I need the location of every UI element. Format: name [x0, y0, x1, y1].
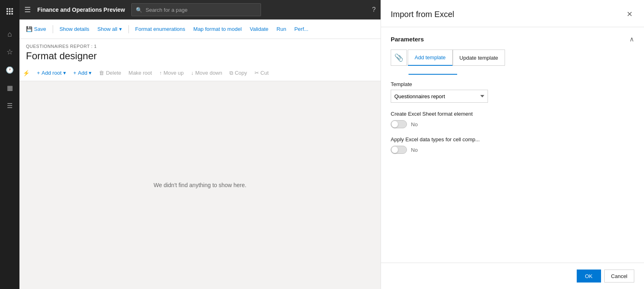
main-area: ☰ Finance and Operations Preview 🔍 Searc…	[19, 0, 381, 289]
app-title: Finance and Operations Preview	[37, 6, 125, 13]
designer-toolbar: ⚡ + Add root ▾ + Add ▾ 🗑 Delete Make roo…	[19, 65, 381, 81]
ok-button[interactable]: OK	[577, 270, 601, 283]
search-bar[interactable]: 🔍 Search for a page	[131, 3, 261, 16]
delete-icon: 🗑	[99, 70, 104, 76]
favorites-icon[interactable]: ☆	[2, 44, 18, 60]
page-title: Format designer	[26, 50, 374, 62]
add-button[interactable]: + Add ▾	[70, 68, 95, 78]
designer-empty-state: We didn't find anything to show here.	[19, 81, 381, 289]
move-down-icon: ↓	[191, 70, 194, 76]
map-format-button[interactable]: Map format to model	[190, 24, 245, 34]
copy-icon: ⧉	[229, 70, 233, 76]
apply-types-value: No	[411, 147, 418, 153]
create-sheet-group: Create Excel Sheet format element No	[391, 111, 634, 128]
search-placeholder: Search for a page	[145, 7, 187, 13]
workspaces-icon[interactable]: ▦	[2, 80, 18, 96]
empty-message: We didn't find anything to show here.	[154, 182, 246, 188]
save-button[interactable]: 💾 Save	[23, 24, 49, 34]
breadcrumb-text: QUESTIONNAIRES REPORT	[26, 44, 90, 49]
add-root-chevron-icon: ▾	[63, 70, 66, 76]
panel-header: Import from Excel ✕	[381, 0, 644, 27]
add-root-button[interactable]: + Add root ▾	[34, 68, 69, 78]
create-sheet-toggle-row: No	[391, 120, 634, 128]
filter-icon: ⚡	[23, 70, 30, 76]
delete-button[interactable]: 🗑 Delete	[96, 68, 124, 78]
home-icon[interactable]: ⌂	[2, 26, 18, 42]
show-all-chevron-icon: ▾	[119, 26, 122, 32]
validate-button[interactable]: Validate	[246, 24, 272, 34]
parameters-section: Parameters ∧	[391, 35, 634, 43]
toolbar: 💾 Save Show details Show all ▾ Format en…	[19, 19, 381, 39]
create-sheet-toggle[interactable]	[391, 120, 407, 128]
template-label: Template	[391, 81, 634, 87]
panel-body: Parameters ∧ 📎 Add template Update templ…	[381, 27, 644, 263]
show-all-button[interactable]: Show all ▾	[94, 24, 125, 34]
make-root-button[interactable]: Make root	[125, 68, 155, 78]
waffle-menu-icon[interactable]	[2, 3, 18, 19]
apply-types-toggle-row: No	[391, 146, 634, 154]
page-header: QUESTIONNAIRES REPORT : 1 Format designe…	[19, 39, 381, 65]
toggle-knob	[392, 121, 398, 127]
copy-button[interactable]: ⧉ Copy	[226, 68, 250, 78]
create-sheet-value: No	[411, 121, 418, 127]
clip-icon: 📎	[394, 53, 403, 62]
right-panel: Import from Excel ✕ Parameters ∧ 📎 Add t…	[381, 0, 644, 289]
template-form-group: Template Questionnaires report	[391, 81, 634, 103]
apply-types-group: Apply Excel data types for cell comp... …	[391, 136, 634, 154]
active-tab-indicator	[409, 74, 457, 75]
hamburger-icon[interactable]: ☰	[24, 5, 31, 14]
help-icon[interactable]: ?	[372, 6, 376, 13]
panel-title: Import from Excel	[391, 10, 454, 19]
recent-icon[interactable]: 🕐	[2, 62, 18, 78]
panel-footer: OK Cancel	[381, 263, 644, 289]
sidebar: ⌂ ☆ 🕐 ▦ ☰	[0, 0, 19, 289]
toolbar-separator-2	[128, 25, 129, 33]
template-select[interactable]: Questionnaires report	[391, 90, 488, 103]
add-chevron-icon: ▾	[89, 70, 92, 76]
search-icon: 🔍	[136, 7, 142, 13]
save-icon: 💾	[26, 26, 32, 32]
move-down-button[interactable]: ↓ Move down	[188, 68, 225, 78]
template-buttons-group: 📎 Add template Update template	[391, 50, 634, 66]
toolbar-separator	[53, 25, 53, 33]
panel-close-button[interactable]: ✕	[625, 8, 634, 20]
create-sheet-label: Create Excel Sheet format element	[391, 111, 634, 117]
breadcrumb-count: : 1	[91, 44, 97, 49]
cut-button[interactable]: ✂ Cut	[251, 68, 272, 78]
list-icon[interactable]: ☰	[2, 97, 18, 114]
cancel-button[interactable]: Cancel	[604, 270, 634, 283]
toggle-knob-2	[392, 147, 398, 153]
add-template-button[interactable]: Add template	[408, 50, 453, 66]
parameters-label: Parameters	[391, 36, 424, 43]
top-nav: ☰ Finance and Operations Preview 🔍 Searc…	[19, 0, 381, 19]
breadcrumb: QUESTIONNAIRES REPORT : 1	[26, 44, 374, 49]
show-details-button[interactable]: Show details	[56, 24, 93, 34]
clip-button[interactable]: 📎	[391, 50, 407, 66]
apply-types-label: Apply Excel data types for cell comp...	[391, 136, 634, 142]
move-up-icon: ↑	[159, 70, 162, 76]
page-content: QUESTIONNAIRES REPORT : 1 Format designe…	[19, 39, 381, 289]
collapse-button[interactable]: ∧	[629, 35, 634, 43]
cut-icon: ✂	[255, 70, 259, 76]
update-template-button[interactable]: Update template	[453, 50, 505, 66]
perf-button[interactable]: Perf...	[291, 24, 312, 34]
move-up-button[interactable]: ↑ Move up	[156, 68, 187, 78]
apply-types-toggle[interactable]	[391, 146, 407, 154]
format-enumerations-button[interactable]: Format enumerations	[132, 24, 189, 34]
run-button[interactable]: Run	[273, 24, 289, 34]
